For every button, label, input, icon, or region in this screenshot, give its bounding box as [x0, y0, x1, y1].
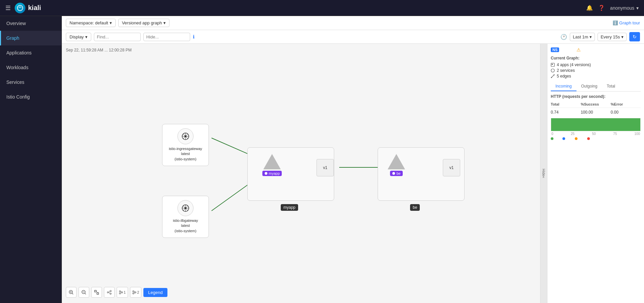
svg-point-24: [107, 292, 109, 293]
content-area: Namespace: default ▾ Versioned app graph…: [62, 16, 644, 303]
sidebar-item-workloads[interactable]: Workloads: [0, 60, 61, 75]
svg-line-37: [134, 293, 135, 293]
table-header: Total %Success %Error: [551, 101, 641, 108]
svg-point-12: [392, 172, 395, 175]
node-istio-ingressgateway[interactable]: istio-ingressgatewaylatest(istio-system): [162, 124, 209, 166]
svg-point-26: [110, 293, 111, 294]
sidebar-item-services[interactable]: Services: [0, 75, 61, 90]
bottom-toolbar: 1 2 Legend: [66, 287, 167, 298]
http-label: HTTP (requests per second):: [551, 94, 641, 99]
refresh-interval-dropdown[interactable]: Every 15s ▾: [598, 33, 627, 41]
svg-point-43: [554, 74, 555, 75]
xlabel-0: 0: [551, 132, 553, 136]
legend-button[interactable]: Legend: [143, 288, 167, 297]
node-be-triangle[interactable]: be: [388, 154, 405, 176]
svg-point-11: [265, 172, 267, 175]
col-error: %Error: [611, 102, 641, 106]
val-success: 100.00: [581, 110, 611, 115]
graph-type-dropdown[interactable]: Versioned app graph ▾: [118, 19, 169, 27]
chart-bar-ok: [551, 118, 640, 131]
node-filter-1-label: 1: [124, 290, 126, 294]
right-panel: NS default ⚠ Current Graph: 4 apps (4 ve…: [547, 44, 644, 303]
myapp-service-label: myapp: [269, 171, 280, 175]
val-total: 0.74: [551, 110, 581, 115]
kiali-logo-text: kiali: [28, 4, 41, 12]
svg-point-30: [121, 292, 123, 293]
svg-line-19: [85, 293, 86, 294]
legend-5xx: 5xx: [587, 137, 596, 141]
time-range-chevron-icon: ▾: [590, 34, 592, 39]
toolbar-right: 🕐 Last 1m ▾ Every 15s ▾ ↻: [560, 32, 640, 41]
display-dropdown[interactable]: Display ▾: [66, 33, 91, 41]
help-icon[interactable]: ❓: [598, 5, 605, 11]
hide-input[interactable]: [143, 33, 190, 41]
graph-timestamp: Sep 22, 11:59:28 AM ... 12:00:28 PM: [66, 48, 132, 52]
hide-panel-button[interactable]: Hide «: [540, 166, 547, 181]
svg-rect-20: [95, 290, 96, 292]
chart-bar-area: [551, 118, 641, 131]
graph-canvas[interactable]: Sep 22, 11:59:28 AM ... 12:00:28 PM: [62, 44, 540, 303]
notification-icon[interactable]: 🔔: [586, 5, 593, 11]
graph-tour-info-icon: ℹ️: [613, 20, 618, 25]
sidebar-item-applications[interactable]: Applications: [0, 45, 61, 60]
workloads-label: Workloads: [6, 65, 28, 70]
hide-panel-label: Hide: [542, 169, 546, 176]
user-menu[interactable]: anonymous ▾: [610, 5, 639, 11]
time-range-dropdown[interactable]: Last 1m ▾: [570, 33, 595, 41]
tab-outgoing[interactable]: Outgoing: [576, 82, 602, 91]
current-graph-label: Current Graph:: [551, 56, 641, 60]
svg-rect-39: [552, 64, 553, 65]
graph-tour-label: Graph tour: [619, 20, 640, 25]
legend-label: Legend: [148, 290, 162, 295]
node-myapp-triangle[interactable]: myapp: [262, 154, 282, 176]
hide-chevron-icon: «: [542, 176, 546, 178]
hamburger-menu[interactable]: ☰: [5, 4, 11, 12]
node-filter-2-button[interactable]: 2: [130, 287, 141, 298]
fit-graph-button[interactable]: [91, 287, 102, 298]
node-be-v1[interactable]: v1: [443, 159, 460, 176]
val-error: 0.00: [611, 110, 641, 115]
graph-label: Graph: [6, 35, 19, 41]
myapp-service-badge: myapp: [262, 171, 282, 176]
sidebar-item-graph[interactable]: Graph: [0, 31, 61, 45]
node-filter-2-label: 2: [137, 290, 139, 294]
node-label-ilbgateway: istio-ilbgatewaylatest(istio-system): [173, 218, 198, 234]
graph-section: Sep 22, 11:59:28 AM ... 12:00:28 PM: [62, 44, 644, 303]
svg-point-29: [119, 291, 121, 292]
node-myapp-v1[interactable]: v1: [316, 159, 334, 176]
top-navigation: ☰ kiali 🔔 ❓ anonymous ▾: [0, 0, 644, 16]
zoom-out-button[interactable]: [79, 287, 89, 298]
svg-point-42: [551, 77, 552, 78]
nav-left: ☰ kiali: [5, 3, 41, 13]
refresh-button[interactable]: ↻: [629, 32, 640, 41]
chart-legend: OK 3xx 4xx 5xx: [551, 137, 641, 141]
find-input[interactable]: [94, 33, 141, 41]
svg-line-41: [551, 75, 554, 78]
namespace-warning-icon: ⚠: [576, 47, 581, 52]
namespace-dropdown[interactable]: Namespace: default ▾: [66, 19, 116, 27]
zoom-in-button[interactable]: [66, 287, 77, 298]
graph-tour-button[interactable]: ℹ️ Graph tour: [613, 20, 640, 25]
namespace-label: Namespace: default: [70, 20, 108, 25]
namespace-name: default: [562, 47, 574, 52]
gateway-icon-ingressgateway: [177, 128, 194, 144]
sidebar: Overview Graph Applications Workloads Se…: [0, 16, 62, 303]
sidebar-item-overview[interactable]: Overview: [0, 16, 61, 31]
col-total: Total: [551, 102, 581, 106]
node-filter-1-button[interactable]: 1: [117, 287, 128, 298]
stat-edges: 5 edges: [551, 74, 641, 79]
overview-label: Overview: [6, 21, 26, 26]
tab-total[interactable]: Total: [602, 82, 620, 91]
tab-incoming-label: Incoming: [555, 84, 572, 89]
sidebar-item-istio-config[interactable]: Istio Config: [0, 90, 61, 104]
layout-button[interactable]: [104, 287, 115, 298]
triangle-myapp-icon: [263, 154, 281, 169]
display-label: Display: [70, 34, 84, 39]
gateway-icon-ilbgateway: [177, 200, 194, 216]
node-istio-ilbgateway[interactable]: istio-ilbgatewaylatest(istio-system): [162, 196, 209, 238]
stat-apps: 4 apps (4 versions): [551, 62, 641, 67]
tab-incoming[interactable]: Incoming: [551, 82, 576, 91]
tab-outgoing-label: Outgoing: [581, 84, 598, 89]
svg-point-40: [551, 69, 554, 72]
col-success: %Success: [581, 102, 611, 106]
